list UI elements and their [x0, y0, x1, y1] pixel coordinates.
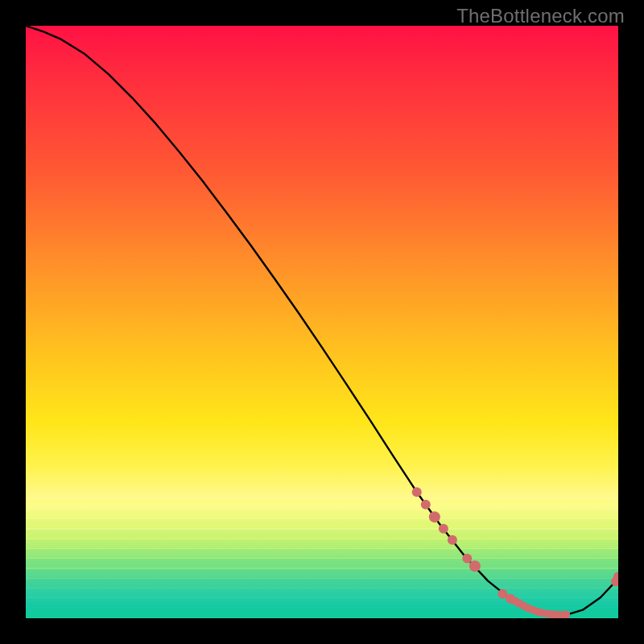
highlight-point: [429, 511, 440, 522]
chart-stage: TheBottleneck.com: [0, 0, 644, 644]
highlight-points-group: [412, 487, 618, 618]
bottleneck-curve: [26, 26, 618, 615]
highlight-point: [469, 560, 481, 572]
plot-area: [26, 26, 618, 618]
watermark-text: TheBottleneck.com: [456, 5, 625, 27]
highlight-point: [439, 524, 448, 534]
highlight-point: [412, 487, 422, 497]
highlight-point: [421, 500, 431, 510]
highlight-point: [448, 535, 457, 545]
highlight-point: [462, 554, 472, 564]
chart-svg: [26, 26, 618, 618]
